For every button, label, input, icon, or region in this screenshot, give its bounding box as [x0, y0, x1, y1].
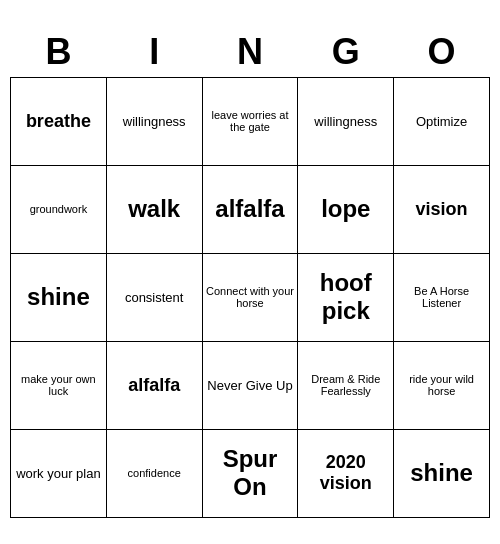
bingo-cell-r2c4: Be A Horse Listener: [394, 253, 490, 341]
bingo-cell-r3c3: Dream & Ride Fearlessly: [298, 341, 394, 429]
bingo-cell-r2c0: shine: [11, 253, 107, 341]
bingo-cell-r0c3: willingness: [298, 77, 394, 165]
bingo-cell-r1c4: vision: [394, 165, 490, 253]
bingo-row-2: shineconsistentConnect with your horseho…: [11, 253, 490, 341]
bingo-cell-r4c4: shine: [394, 429, 490, 517]
bingo-cell-r2c1: consistent: [106, 253, 202, 341]
bingo-cell-r1c3: lope: [298, 165, 394, 253]
bingo-cell-r0c0: breathe: [11, 77, 107, 165]
bingo-header: BINGO: [11, 27, 490, 78]
bingo-cell-r3c1: alfalfa: [106, 341, 202, 429]
bingo-cell-r1c2: alfalfa: [202, 165, 298, 253]
bingo-row-4: work your planconfidenceSpur On2020 visi…: [11, 429, 490, 517]
bingo-cell-r1c1: walk: [106, 165, 202, 253]
bingo-cell-r4c2: Spur On: [202, 429, 298, 517]
bingo-card: BINGO breathewillingnessleave worries at…: [10, 27, 490, 518]
bingo-cell-r0c1: willingness: [106, 77, 202, 165]
bingo-cell-r0c2: leave worries at the gate: [202, 77, 298, 165]
bingo-cell-r1c0: groundwork: [11, 165, 107, 253]
bingo-cell-r4c3: 2020 vision: [298, 429, 394, 517]
bingo-row-0: breathewillingnessleave worries at the g…: [11, 77, 490, 165]
bingo-cell-r4c1: confidence: [106, 429, 202, 517]
bingo-cell-r4c0: work your plan: [11, 429, 107, 517]
bingo-cell-r2c3: hoof pick: [298, 253, 394, 341]
header-letter-b: B: [11, 27, 107, 78]
header-letter-o: O: [394, 27, 490, 78]
header-letter-g: G: [298, 27, 394, 78]
bingo-cell-r3c2: Never Give Up: [202, 341, 298, 429]
bingo-cell-r3c0: make your own luck: [11, 341, 107, 429]
bingo-row-1: groundworkwalkalfalfalopevision: [11, 165, 490, 253]
bingo-cell-r3c4: ride your wild horse: [394, 341, 490, 429]
header-letter-i: I: [106, 27, 202, 78]
bingo-cell-r0c4: Optimize: [394, 77, 490, 165]
bingo-row-3: make your own luckalfalfaNever Give UpDr…: [11, 341, 490, 429]
header-letter-n: N: [202, 27, 298, 78]
bingo-cell-r2c2: Connect with your horse: [202, 253, 298, 341]
